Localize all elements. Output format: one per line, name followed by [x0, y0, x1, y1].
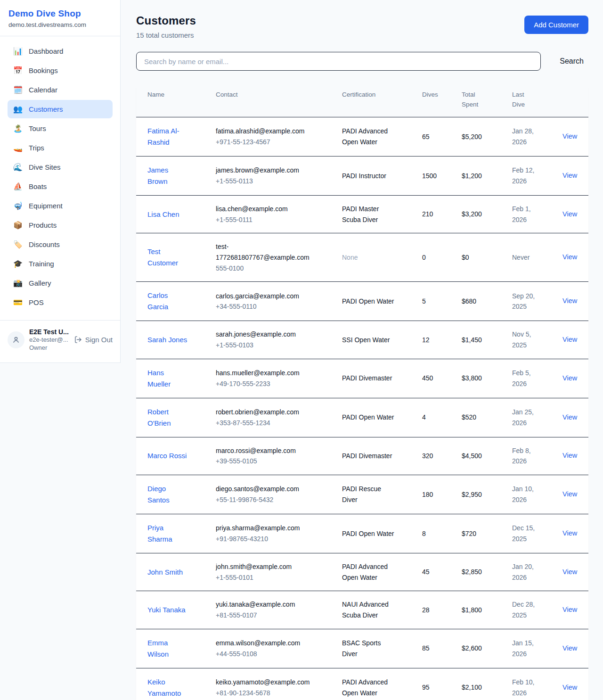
sidebar-item-training[interactable]: 🎓Training — [8, 255, 113, 273]
add-customer-button[interactable]: Add Customer — [524, 16, 588, 34]
customer-name-link[interactable]: Test Customer — [147, 246, 188, 269]
view-customer-link[interactable]: View — [562, 529, 577, 537]
customer-name-cell: Yuki Tanaka — [136, 591, 204, 629]
customer-contact-cell: test-1772681807767@example.com555-0100 — [204, 233, 331, 282]
view-customer-link[interactable]: View — [562, 132, 577, 140]
customer-name-link[interactable]: Diego Santos — [147, 483, 188, 506]
customer-name-link[interactable]: Hans Mueller — [147, 367, 188, 390]
customer-certification-cell: BSAC Sports Diver — [331, 629, 411, 668]
column-header-last-dive: Last Dive — [501, 83, 551, 117]
customer-actions-cell: View — [551, 514, 588, 553]
sidebar-item-dashboard[interactable]: 📊Dashboard — [8, 42, 113, 60]
customer-name-link[interactable]: Carlos Garcia — [147, 290, 188, 313]
customer-last-dive-cell: Feb 1, 2026 — [501, 195, 551, 233]
sidebar-item-customers[interactable]: 👥Customers — [8, 100, 113, 118]
customer-total-spent-cell: $2,950 — [450, 475, 501, 514]
view-customer-link[interactable]: View — [562, 297, 577, 305]
customer-phone: 555-0100 — [216, 263, 326, 274]
sidebar-item-label: Tours — [29, 124, 46, 132]
search-button[interactable]: Search — [555, 57, 588, 66]
customer-email: keiko.yamamoto@example.com — [216, 677, 312, 688]
customer-certification-cell: PADI Instructor — [331, 156, 411, 195]
customer-name-link[interactable]: John Smith — [147, 567, 183, 578]
sidebar-item-boats[interactable]: ⛵Boats — [8, 177, 113, 196]
sidebar-item-label: Training — [29, 260, 54, 268]
customer-name-link[interactable]: Fatima Al-Rashid — [147, 125, 188, 148]
view-customer-link[interactable]: View — [562, 336, 577, 343]
search-input[interactable] — [136, 52, 541, 71]
sidebar-item-tours[interactable]: 🏝️Tours — [8, 119, 113, 138]
sidebar-item-pos[interactable]: 💳POS — [8, 293, 113, 312]
label-tag-icon: 🏷️ — [13, 240, 23, 249]
view-customer-link[interactable]: View — [562, 644, 577, 652]
camera-icon: 📸 — [13, 279, 23, 288]
sidebar-item-trips[interactable]: 🚤Trips — [8, 139, 113, 157]
customer-last-dive: Nov 5, 2025 — [512, 329, 545, 350]
customer-certification-cell: PADI Open Water — [331, 514, 411, 553]
customer-contact-cell: lisa.chen@example.com+1-555-0111 — [204, 195, 331, 233]
view-customer-link[interactable]: View — [562, 568, 577, 576]
customer-total-spent-cell: $3,800 — [450, 359, 501, 398]
page-subtitle: 15 total customers — [136, 31, 196, 39]
view-customer-link[interactable]: View — [562, 172, 577, 179]
view-customer-link[interactable]: View — [562, 490, 577, 498]
customer-name-cell: Fatima Al-Rashid — [136, 117, 204, 156]
sidebar-item-calendar[interactable]: 🗓️Calendar — [8, 81, 113, 99]
customer-last-dive-cell: Jan 25, 2026 — [501, 398, 551, 437]
view-customer-link[interactable]: View — [562, 210, 577, 218]
customer-name-link[interactable]: Keiko Yamamoto — [147, 676, 188, 699]
sign-out-button[interactable]: Sign Out — [74, 336, 113, 344]
customer-name-cell: Keiko Yamamoto — [136, 668, 204, 700]
customer-name-link[interactable]: Emma Wilson — [147, 637, 188, 660]
customer-certification: PADI Divemaster — [342, 451, 395, 461]
customer-certification: None — [342, 252, 395, 263]
customer-name-cell: Diego Santos — [136, 475, 204, 514]
sidebar-item-gallery[interactable]: 📸Gallery — [8, 274, 113, 292]
sidebar-item-label: Dashboard — [29, 47, 63, 55]
customer-actions-cell: View — [551, 591, 588, 629]
wave-icon: 🌊 — [13, 163, 23, 172]
shop-header: Demo Dive Shop demo.test.divestreams.com — [0, 0, 120, 36]
customer-email: carlos.garcia@example.com — [216, 291, 312, 302]
customer-name-link[interactable]: Yuki Tanaka — [147, 604, 186, 616]
customer-contact-cell: keiko.yamamoto@example.com+81-90-1234-56… — [204, 668, 331, 700]
customer-name-link[interactable]: Priya Sharma — [147, 522, 188, 545]
table-row: Sarah Jonessarah.jones@example.com+1-555… — [136, 321, 588, 359]
view-customer-link[interactable]: View — [562, 606, 577, 613]
customer-last-dive-cell: Feb 8, 2026 — [501, 437, 551, 475]
customer-contact-cell: priya.sharma@example.com+91-98765-43210 — [204, 514, 331, 553]
customer-last-dive-cell: Nov 5, 2025 — [501, 321, 551, 359]
sidebar-item-bookings[interactable]: 📅Bookings — [8, 61, 113, 80]
customer-name-link[interactable]: Sarah Jones — [147, 334, 187, 346]
sidebar-item-discounts[interactable]: 🏷️Discounts — [8, 235, 113, 254]
customer-name-link[interactable]: Marco Rossi — [147, 450, 187, 461]
customer-contact-cell: robert.obrien@example.com+353-87-555-123… — [204, 398, 331, 437]
customer-certification: PADI Advanced Open Water — [342, 126, 395, 147]
customer-phone: +1-555-0101 — [216, 572, 326, 583]
customer-name-link[interactable]: Lisa Chen — [147, 209, 179, 220]
customer-email: yuki.tanaka@example.com — [216, 599, 312, 610]
customer-last-dive: Dec 15, 2025 — [512, 523, 545, 544]
customer-email: hans.mueller@example.com — [216, 368, 312, 379]
customer-name-link[interactable]: Robert O'Brien — [147, 406, 188, 429]
sidebar-item-equipment[interactable]: 🤿Equipment — [8, 197, 113, 215]
customer-certification: PADI Open Water — [342, 412, 395, 423]
table-row: John Smithjohn.smith@example.com+1-555-0… — [136, 553, 588, 591]
table-row: Lisa Chenlisa.chen@example.com+1-555-011… — [136, 195, 588, 233]
view-customer-link[interactable]: View — [562, 374, 577, 382]
customer-email: robert.obrien@example.com — [216, 407, 312, 418]
view-customer-link[interactable]: View — [562, 253, 577, 261]
customer-dives-cell: 95 — [411, 668, 450, 700]
sidebar-item-products[interactable]: 📦Products — [8, 216, 113, 234]
view-customer-link[interactable]: View — [562, 684, 577, 691]
customer-name-link[interactable]: James Brown — [147, 165, 188, 187]
view-customer-link[interactable]: View — [562, 452, 577, 459]
customer-name-cell: Priya Sharma — [136, 514, 204, 553]
sidebar-item-label: Bookings — [29, 66, 58, 74]
sidebar-item-dive-sites[interactable]: 🌊Dive Sites — [8, 158, 113, 176]
customer-phone: +81-555-0107 — [216, 610, 326, 621]
customer-total-spent-cell: $0 — [450, 233, 501, 282]
view-customer-link[interactable]: View — [562, 413, 577, 421]
customer-certification: BSAC Sports Diver — [342, 638, 395, 659]
customer-last-dive: Feb 8, 2026 — [512, 445, 545, 467]
